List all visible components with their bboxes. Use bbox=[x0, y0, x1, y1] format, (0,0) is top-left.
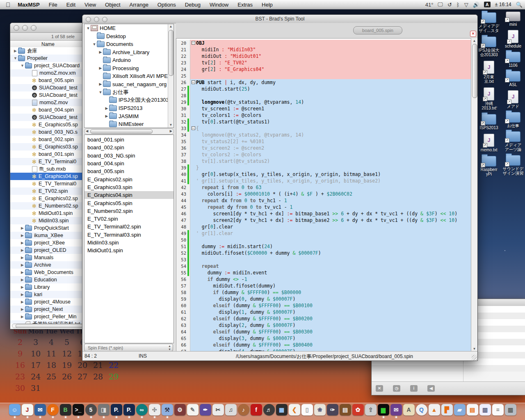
dock-item-notes-doc[interactable]: ≡ bbox=[492, 404, 504, 418]
tree-row[interactable]: ▼Documents bbox=[84, 40, 173, 48]
tree-row[interactable]: Xilisoft Xilisoft AVI MPE bbox=[84, 72, 173, 80]
tree-row[interactable]: NIMEsteer bbox=[84, 120, 173, 128]
ipod-icon[interactable]: ▯ bbox=[301, 404, 313, 415]
dock-item-thunderbird[interactable]: ✉ bbox=[34, 404, 46, 418]
spin-file-item[interactable]: board_002.spin bbox=[84, 144, 173, 151]
stepper-arrows-icon[interactable]: ▲▼ bbox=[168, 345, 171, 351]
dock-item-garageband[interactable]: ♪ bbox=[237, 404, 249, 418]
thunderbird-icon[interactable]: ✉ bbox=[34, 404, 46, 415]
finder-icon[interactable]: ☺ bbox=[9, 404, 21, 415]
wifi-menu-icon[interactable]: ▽ bbox=[464, 2, 468, 8]
code-line[interactable]: 50 bbox=[176, 237, 472, 243]
disclosure-triangle[interactable]: ▶ bbox=[20, 285, 25, 289]
desktop-icon-folder[interactable]: ↗メディア アーツ論 bbox=[501, 131, 525, 152]
spin-file-item[interactable]: board_001.spin bbox=[84, 136, 173, 144]
disclosure-triangle[interactable]: ▶ bbox=[20, 292, 25, 297]
flash-icon[interactable]: f bbox=[251, 404, 262, 415]
dock-item-text-editor[interactable]: ✎ bbox=[187, 404, 199, 418]
clock-menu-item[interactable]: ± 16:14 bbox=[495, 2, 511, 7]
browser-doc-icon[interactable]: ▥ bbox=[479, 404, 491, 415]
close-tab-button[interactable]: ✕ bbox=[470, 31, 476, 37]
bbedit-icon[interactable]: B bbox=[60, 404, 71, 415]
disclosure-triangle[interactable]: ▶ bbox=[20, 270, 25, 274]
dock-item-firefox-doc[interactable]: ▤ bbox=[466, 404, 478, 418]
code-line[interactable]: 55 dummy := midiIn.event bbox=[176, 269, 472, 276]
scrollbar-thumb[interactable] bbox=[472, 44, 477, 98]
history-button[interactable]: ◷ bbox=[393, 385, 400, 392]
dock-item-browser-doc[interactable]: ▥ bbox=[479, 404, 491, 418]
disclosure-triangle[interactable]: ▶ bbox=[20, 233, 25, 237]
scroll-down-arrow[interactable]: ▼ bbox=[168, 123, 173, 128]
desktop-icon-txt[interactable]: J↗沖縄 2013.txt bbox=[476, 87, 502, 110]
code-line[interactable]: 25 bbox=[176, 73, 472, 79]
code-line[interactable]: 65 display(3, dummy & $00007F) bbox=[176, 335, 472, 342]
disclosure-triangle[interactable]: ▶ bbox=[20, 256, 25, 260]
input-source-menu-icon[interactable]: A bbox=[484, 2, 491, 7]
disclosure-triangle[interactable]: ▶ bbox=[20, 241, 25, 245]
code-line[interactable]: 38 tv[1].start(@tv_status2) bbox=[176, 158, 472, 164]
dock-item-quicktime[interactable]: Q bbox=[415, 404, 427, 418]
menu-options[interactable]: Options bbox=[158, 2, 176, 8]
cube-icon[interactable]: ◨ bbox=[98, 404, 110, 415]
disclosure-triangle[interactable]: ▶ bbox=[104, 114, 109, 118]
purple-mail-icon[interactable]: ✉ bbox=[390, 404, 402, 415]
desktop-icon-folder[interactable]: ↗IPSJ全国大 会201303 bbox=[476, 37, 502, 57]
close-window-button[interactable] bbox=[14, 25, 19, 31]
zoom-window-button[interactable] bbox=[102, 17, 107, 22]
dock-item-terminal[interactable]: >_ bbox=[72, 404, 84, 418]
code-line[interactable]: 21 midiIn : "MidiIn03" bbox=[176, 46, 472, 53]
resize-grip[interactable] bbox=[472, 355, 477, 360]
code-line[interactable]: 44 repeat dx from 0 to tv_hc1 - 1 bbox=[176, 197, 472, 204]
menu-help[interactable]: Help bbox=[262, 2, 273, 8]
dock-item-flash[interactable]: f bbox=[250, 404, 262, 418]
code-line[interactable]: 20−OBJ bbox=[176, 40, 472, 46]
desktop-icon-folder[interactable]: ↗サウンドデ ザイン演習 bbox=[501, 155, 525, 176]
firefox-doc-icon[interactable]: ▤ bbox=[467, 404, 478, 415]
code-line[interactable]: 43 colors[i] := $00001010 * ( (i+4) & $F… bbox=[176, 191, 472, 197]
dock-item-xcode[interactable]: ⚒ bbox=[161, 404, 173, 418]
code-line[interactable]: 53 bbox=[176, 256, 472, 263]
code-line[interactable]: 40 gr[0].setup(x_tiles, y_tiles, x_origi… bbox=[176, 171, 472, 178]
code-line[interactable]: 47 screen2[dy * tv_hc1 + dx] := bitmap_b… bbox=[176, 217, 472, 224]
desktop-icon-folder[interactable]: ↗ISPS2013 bbox=[476, 114, 502, 130]
code-line[interactable]: 39} bbox=[176, 164, 472, 171]
dock-item-purple-design[interactable]: ✒ bbox=[199, 404, 211, 418]
propeller-tool-2-icon[interactable]: P. bbox=[123, 404, 135, 415]
keynote-icon[interactable]: ▤ bbox=[340, 404, 351, 415]
volume-menu-icon[interactable]: 🔊 bbox=[473, 2, 479, 8]
tab-board-005-spin[interactable]: board_005.spin bbox=[353, 26, 402, 34]
code-line[interactable]: 35 tv_status2[2] += %0101 bbox=[176, 138, 472, 145]
spotlight-search-icon[interactable]: 🔍 bbox=[516, 2, 523, 8]
scroll-right-arrow[interactable]: ▶ bbox=[170, 129, 172, 133]
fold-toggle-icon[interactable]: − bbox=[190, 79, 196, 86]
vlc-icon[interactable]: ▲ bbox=[429, 404, 440, 415]
disclosure-triangle[interactable]: ▼ bbox=[98, 90, 103, 94]
dock-item-propeller-tool-1[interactable]: P. bbox=[110, 404, 122, 418]
disclosure-triangle[interactable]: ▶ bbox=[20, 300, 25, 304]
tree-row[interactable]: ▶Archive_Library bbox=[84, 48, 173, 57]
disclosure-triangle[interactable]: ▼ bbox=[13, 56, 18, 60]
spin-file-item[interactable]: board_003_NG.spin bbox=[84, 152, 173, 160]
spin-file-item[interactable]: MidiOut01.spin bbox=[84, 247, 173, 254]
purple-design-icon[interactable]: ✒ bbox=[200, 404, 211, 415]
dock-item-installer[interactable]: ⇪ bbox=[365, 404, 377, 418]
disclosure-triangle[interactable]: ▼ bbox=[86, 26, 91, 30]
minimize-window-button[interactable] bbox=[94, 17, 99, 22]
itunes-icon[interactable]: ♬ bbox=[263, 404, 275, 415]
fold-box[interactable]: − bbox=[192, 126, 195, 130]
disclosure-triangle[interactable]: ▶ bbox=[20, 307, 25, 311]
temperature-menu-item[interactable]: 41° bbox=[425, 2, 434, 8]
code-line[interactable]: 66 elseif (dummy & $FFFF00) == $B00400 bbox=[176, 342, 472, 348]
code-line[interactable]: 63 display(2, dummy & $00007F) bbox=[176, 322, 472, 329]
code-line[interactable]: 51 dummy := midiIn.start(24) bbox=[176, 243, 472, 250]
dock-item-red-utility[interactable]: ⚙ bbox=[174, 404, 186, 418]
code-line[interactable]: 48 gr[0].clear bbox=[176, 224, 472, 230]
circle-5-icon[interactable]: 5 bbox=[85, 404, 97, 415]
spin-file-item[interactable]: E_TV_Terminal03.spin bbox=[84, 231, 173, 239]
code-line[interactable]: 57 midiOut.fifoset(dummy) bbox=[176, 283, 472, 289]
fold-box[interactable]: − bbox=[192, 80, 195, 84]
dock-item-iphoto[interactable]: ❀ bbox=[314, 404, 326, 418]
arduino-icon[interactable]: ∞ bbox=[136, 404, 148, 415]
code-editor[interactable]: 20−OBJ21 midiIn : "MidiIn03"22 midiOut :… bbox=[176, 38, 472, 352]
disclosure-triangle[interactable]: ▶ bbox=[98, 50, 103, 54]
